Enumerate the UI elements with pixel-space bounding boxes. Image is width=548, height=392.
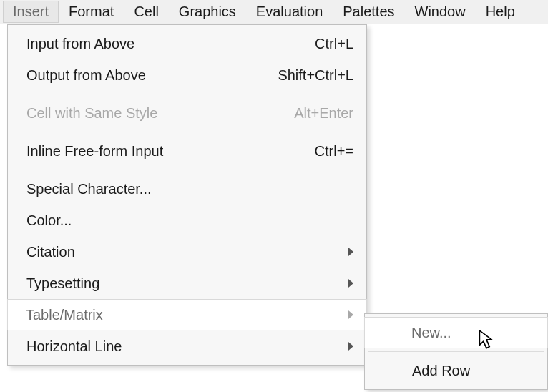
menu-item-label: Horizontal Line	[26, 338, 122, 355]
menu-item-label: Output from Above	[26, 67, 146, 84]
menu-separator	[11, 132, 363, 132]
menu-item-output-from-above[interactable]: Output from AboveShift+Ctrl+L	[8, 59, 366, 91]
menu-item-label: Color...	[26, 212, 72, 229]
chevron-right-icon	[348, 342, 353, 351]
menu-help[interactable]: Help	[476, 1, 525, 23]
submenu-item-new[interactable]: New...	[364, 317, 548, 348]
menu-separator	[11, 170, 363, 170]
menu-item-shortcut: Alt+Enter	[287, 105, 353, 122]
submenu-item-label: New...	[411, 325, 451, 341]
menu-item-shortcut: Shift+Ctrl+L	[270, 67, 353, 84]
menubar: InsertFormatCellGraphicsEvaluationPalett…	[0, 0, 548, 24]
chevron-right-icon	[348, 248, 353, 256]
menu-item-label: Typesetting	[26, 275, 99, 292]
chevron-right-icon	[348, 310, 353, 319]
menu-item-color[interactable]: Color...	[8, 205, 366, 236]
menu-item-table-matrix[interactable]: Table/Matrix	[7, 299, 367, 330]
menu-item-label: Table/Matrix	[26, 307, 103, 323]
menu-evaluation[interactable]: Evaluation	[246, 1, 333, 23]
menu-window[interactable]: Window	[405, 1, 476, 23]
menu-item-special-character[interactable]: Special Character...	[8, 173, 366, 205]
menu-item-shortcut: Ctrl+L	[308, 36, 353, 52]
menu-item-label: Citation	[26, 244, 75, 260]
menu-item-label: Special Character...	[26, 181, 152, 197]
menu-separator	[368, 351, 544, 352]
submenu-item-add-row[interactable]: Add Row	[365, 355, 547, 386]
menu-item-label: Inline Free-form Input	[26, 143, 163, 160]
menu-item-shortcut: Ctrl+=	[308, 143, 353, 160]
insert-dropdown: Input from AboveCtrl+LOutput from AboveS…	[7, 24, 367, 366]
menu-palettes[interactable]: Palettes	[333, 1, 404, 23]
menu-format[interactable]: Format	[59, 1, 124, 23]
menu-item-input-from-above[interactable]: Input from AboveCtrl+L	[8, 28, 366, 59]
submenu-item-label: Add Row	[412, 363, 470, 379]
menu-item-typesetting[interactable]: Typesetting	[8, 268, 366, 299]
menu-item-horizontal-line[interactable]: Horizontal Line	[8, 330, 366, 362]
menu-graphics[interactable]: Graphics	[169, 1, 246, 23]
table-matrix-submenu: New...Add Row	[364, 313, 548, 390]
menu-item-cell-with-same-style: Cell with Same StyleAlt+Enter	[8, 97, 366, 129]
menu-item-label: Input from Above	[26, 36, 134, 52]
menu-separator	[11, 94, 363, 94]
menu-insert[interactable]: Insert	[3, 1, 59, 23]
menu-item-label: Cell with Same Style	[26, 105, 157, 122]
menu-item-citation[interactable]: Citation	[8, 236, 366, 268]
menu-cell[interactable]: Cell	[124, 1, 168, 23]
chevron-right-icon	[348, 279, 353, 288]
menu-item-inline-free-form-input[interactable]: Inline Free-form InputCtrl+=	[8, 135, 366, 167]
